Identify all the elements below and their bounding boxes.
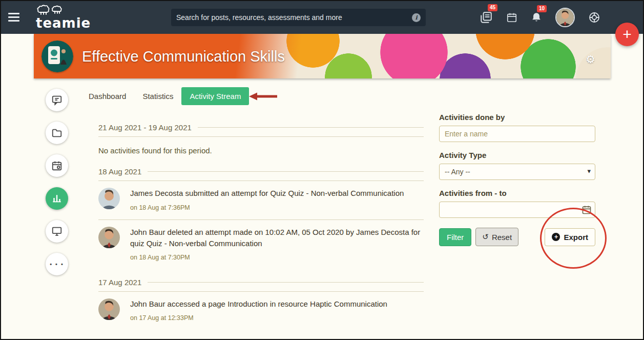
posts-icon <box>480 11 493 24</box>
topbar-actions: 45 10 <box>480 1 600 34</box>
rail-materials-button[interactable] <box>46 122 68 144</box>
posts-icon-button[interactable]: 45 <box>480 11 493 24</box>
activity-text: John Baur deleted an attempt made on 10:… <box>130 227 424 249</box>
divider <box>148 282 424 283</box>
activity-type-select[interactable]: -- Any -- <box>439 164 595 180</box>
topbar: teamie i 45 <box>1 1 643 34</box>
rail-discussions-button[interactable] <box>46 89 68 111</box>
stream-date-header: 21 Aug 2021 - 19 Aug 2021 <box>98 123 424 132</box>
activity-time: on 18 Aug at 7:30PM <box>130 253 424 262</box>
course-avatar[interactable] <box>41 41 73 72</box>
calendar-icon-button[interactable] <box>506 12 517 23</box>
menu-icon[interactable] <box>8 13 19 24</box>
rail-calendar-button[interactable] <box>46 154 68 177</box>
activity-item: James Decosta submitted an attempt for Q… <box>98 181 424 219</box>
rail-screen-button[interactable] <box>46 220 68 243</box>
stream-group: 18 Aug 2021 James Decosta submitted an a… <box>98 167 424 270</box>
course-banner: Effective Communication Skills ⚙ <box>34 34 611 78</box>
activity-stream: 21 Aug 2021 - 19 Aug 2021 No activities … <box>98 115 424 330</box>
date-range-label: Activities from - to <box>439 189 595 197</box>
stream-date-header: 17 Aug 2021 <box>98 278 424 287</box>
help-icon-button[interactable] <box>588 11 600 24</box>
stream-group: 21 Aug 2021 - 19 Aug 2021 No activities … <box>98 123 424 155</box>
no-activities-message: No activities found for this period. <box>98 146 424 155</box>
user-avatar-image <box>98 298 120 320</box>
logo-text: teamie <box>36 15 91 31</box>
tab-statistics[interactable]: Statistics <box>134 87 181 105</box>
globe-icon <box>588 11 600 24</box>
sheep-icon <box>36 4 66 16</box>
divider <box>98 136 424 137</box>
annotation-arrow <box>248 92 278 101</box>
reset-icon: ↺ <box>482 232 489 242</box>
calendar-icon <box>506 12 517 23</box>
stream-date-header: 18 Aug 2021 <box>98 167 424 176</box>
stream-group: 17 Aug 2021 John Baur accessed a page In… <box>98 278 424 330</box>
bell-icon <box>531 12 542 23</box>
filters-panel: Activities done by Activity Type -- Any … <box>439 113 595 246</box>
course-tabs: Dashboard Statistics Activity Stream <box>80 87 249 105</box>
tab-activity-stream[interactable]: Activity Stream <box>181 87 249 105</box>
stream-date: 21 Aug 2021 - 19 Aug 2021 <box>98 123 192 132</box>
user-avatar[interactable] <box>98 227 120 248</box>
datepicker-icon[interactable] <box>581 205 592 217</box>
filter-button[interactable]: Filter <box>439 228 471 246</box>
activity-body: James Decosta submitted an attempt for Q… <box>130 188 404 212</box>
activity-item: John Baur deleted an attempt made on 10:… <box>98 220 424 270</box>
user-avatar[interactable] <box>555 8 575 27</box>
monitor-icon <box>51 226 63 237</box>
notifications-badge: 10 <box>537 5 547 12</box>
done-by-input[interactable] <box>439 126 595 142</box>
activity-type-label: Activity Type <box>439 151 595 159</box>
reset-label: Reset <box>492 233 512 242</box>
gear-icon[interactable]: ⚙ <box>586 53 595 66</box>
activity-text: John Baur accessed a page Introduction i… <box>130 298 387 310</box>
notifications-icon-button[interactable]: 10 <box>531 12 542 23</box>
export-label: Export <box>564 233 588 242</box>
done-by-label: Activities done by <box>439 113 595 122</box>
info-icon[interactable]: i <box>412 13 421 22</box>
filter-activity-type: Activity Type -- Any -- ▾ <box>439 151 595 180</box>
search-input[interactable] <box>176 13 412 22</box>
activity-time: on 17 Aug at 12:33PM <box>130 313 387 323</box>
user-avatar-image <box>556 8 574 27</box>
rail-statistics-button[interactable] <box>46 187 68 210</box>
schedule-icon <box>51 160 63 171</box>
discussion-icon <box>51 94 63 106</box>
activity-time: on 18 Aug at 7:36PM <box>130 203 404 212</box>
add-button[interactable]: + <box>615 23 639 46</box>
ellipsis-icon: • • • <box>50 261 64 267</box>
user-avatar-image <box>98 188 120 209</box>
posts-badge: 45 <box>488 4 497 11</box>
export-button[interactable]: + Export <box>545 228 595 246</box>
stream-date: 17 Aug 2021 <box>98 278 141 287</box>
user-avatar[interactable] <box>98 298 120 320</box>
folder-icon <box>51 127 63 138</box>
search-bar: i <box>171 9 426 26</box>
course-title: Effective Communication Skills <box>82 48 285 65</box>
filter-done-by: Activities done by <box>439 113 595 142</box>
tab-dashboard[interactable]: Dashboard <box>80 87 134 105</box>
page: teamie i 45 <box>0 0 644 340</box>
date-range-wrap <box>439 202 595 218</box>
filter-date-range: Activities from - to <box>439 189 595 218</box>
activity-text: James Decosta submitted an attempt for Q… <box>130 188 404 199</box>
divider <box>198 127 424 128</box>
reset-button[interactable]: ↺ Reset <box>475 228 518 246</box>
activity-body: John Baur accessed a page Introduction i… <box>130 298 387 323</box>
user-avatar-image <box>98 227 120 248</box>
course-avatar-image <box>41 41 73 72</box>
user-avatar[interactable] <box>98 188 120 209</box>
plus-icon: + <box>552 233 560 241</box>
date-range-input[interactable] <box>439 202 595 218</box>
stream-date: 18 Aug 2021 <box>98 167 141 176</box>
filter-actions: Filter ↺ Reset + Export <box>439 228 595 246</box>
bar-chart-icon <box>51 193 63 204</box>
teamie-logo[interactable]: teamie <box>36 4 91 31</box>
activity-type-select-wrap: -- Any -- ▾ <box>439 164 595 180</box>
activity-body: John Baur deleted an attempt made on 10:… <box>130 227 424 263</box>
rail-more-button[interactable]: • • • <box>46 253 68 275</box>
divider <box>148 171 424 172</box>
activity-item: John Baur accessed a page Introduction i… <box>98 292 424 330</box>
